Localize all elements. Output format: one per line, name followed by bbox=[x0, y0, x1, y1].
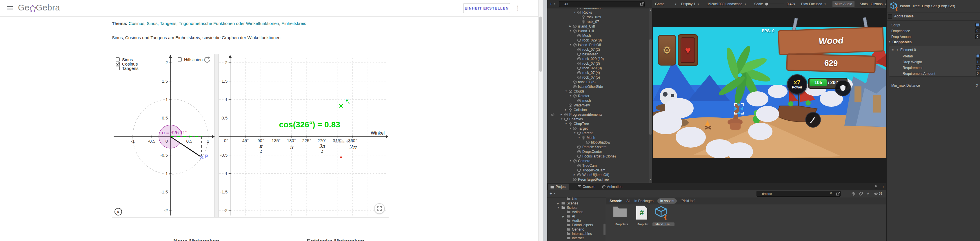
hierarchy-item-waternew[interactable]: WaterNew bbox=[547, 103, 652, 108]
hierarchy-item-rock-029-9[interactable]: rock_029 (9) bbox=[547, 66, 652, 70]
foldout-closed-icon[interactable]: ▶ bbox=[574, 174, 575, 176]
menu-icon[interactable] bbox=[7, 6, 13, 10]
play-focused-dropdown[interactable]: Play Focused▼ bbox=[801, 0, 826, 8]
play-button[interactable]: ▶ bbox=[115, 208, 122, 215]
folder-item-generic[interactable]: Generic bbox=[547, 227, 606, 232]
hierarchy-item-treecam[interactable]: TreeCam bbox=[547, 163, 652, 168]
add-asset-dropdown-icon[interactable]: ▼ bbox=[554, 193, 556, 195]
droppables-foldout-icon[interactable]: ▼ bbox=[888, 41, 891, 43]
scale-slider-track[interactable] bbox=[766, 4, 784, 4]
scroll-down-icon[interactable]: ▼ bbox=[649, 178, 652, 181]
checkbox-box[interactable] bbox=[116, 57, 120, 61]
hidden-count-icon[interactable] bbox=[873, 192, 878, 196]
hierarchy-item-rock-029-8[interactable]: rock_029 (8) bbox=[547, 38, 652, 43]
scope-in-assets[interactable]: In Assets bbox=[657, 198, 677, 204]
hierarchy-item-rock-07[interactable]: rock_07 bbox=[547, 19, 652, 24]
add-object-dropdown-icon[interactable]: ▼ bbox=[554, 3, 556, 5]
hierarchy-item-basemesh[interactable]: baseMesh bbox=[547, 52, 652, 57]
project-search-input[interactable] bbox=[757, 191, 841, 196]
hierarchy-item-rock-07-5[interactable]: rock_07 (5) bbox=[547, 75, 652, 80]
foldout-open-icon[interactable]: ▼ bbox=[569, 43, 571, 46]
checkbox-cosinus[interactable]: Cosinus bbox=[116, 62, 138, 66]
folder-item-audio[interactable]: Audio bbox=[547, 219, 606, 223]
tab-project[interactable]: Project bbox=[548, 184, 569, 190]
scroll-up-icon[interactable]: ▲ bbox=[649, 9, 652, 11]
hierarchy-item-rock-07-4[interactable]: rock_07 (4) bbox=[547, 70, 652, 75]
tab-console[interactable]: Console bbox=[575, 184, 598, 190]
hierarchy-item-mesh[interactable]: mesh bbox=[547, 98, 652, 103]
lock-icon[interactable] bbox=[874, 185, 878, 188]
folder-tree-scrollbar-thumb[interactable] bbox=[603, 223, 606, 235]
hierarchy-item-enemies[interactable]: ▼Enemies bbox=[547, 117, 652, 121]
checkbox-tangens[interactable]: Tangens bbox=[116, 66, 138, 70]
page-scrollbar-thumb[interactable] bbox=[539, 16, 542, 72]
folder-item-scripts[interactable]: ▼Scripts bbox=[547, 206, 606, 210]
hierarchy-item-rotator[interactable]: ▼Rotator bbox=[547, 94, 652, 98]
geogebra-logo[interactable]: Ge Gebra bbox=[18, 3, 60, 13]
inspector-field-script[interactable] bbox=[975, 22, 980, 27]
foldout-open-icon[interactable]: ▼ bbox=[578, 136, 580, 139]
open-search-window-icon[interactable] bbox=[836, 192, 840, 196]
hierarchy-item-parent[interactable]: ▼Parent bbox=[547, 131, 652, 136]
hierarchy-item-island-pathoff[interactable]: ▼Island_PathOff bbox=[547, 43, 652, 47]
folder-item-interactables[interactable]: Interactables bbox=[547, 232, 606, 236]
folder-item-editorhelpers[interactable]: EditorHelpers bbox=[547, 223, 606, 227]
foldout-icon[interactable]: ▼ bbox=[557, 206, 559, 209]
hierarchy-item-islandotherside[interactable]: IslandOtherSide bbox=[547, 85, 652, 89]
addressable-checkbox[interactable] bbox=[888, 14, 892, 19]
label-tag-icon[interactable] bbox=[859, 192, 863, 196]
favorites-star-icon[interactable]: ★ bbox=[866, 191, 870, 195]
hierarchy-item-choptree[interactable]: ▼ChopTree bbox=[547, 121, 652, 126]
inspector-field-requirement[interactable]: ⬡ bbox=[976, 65, 980, 70]
foldout-open-icon[interactable]: ▼ bbox=[569, 30, 571, 32]
panel-menu-icon[interactable]: ⋮ bbox=[881, 184, 885, 188]
foldout-open-icon[interactable]: ▼ bbox=[569, 94, 571, 97]
hierarchy-item-rock-029[interactable]: rock_029 bbox=[547, 15, 652, 19]
hierarchy-item-mesh[interactable]: Mesh bbox=[547, 34, 652, 38]
scene-visibility-off-icon[interactable] bbox=[551, 113, 555, 117]
scale-slider-knob[interactable] bbox=[765, 3, 768, 5]
thema-links[interactable]: Cosinus, Sinus, Tangens, Trigonometrisch… bbox=[129, 21, 306, 26]
scope-context[interactable]: 'PickUps' bbox=[681, 199, 695, 203]
add-asset-button[interactable]: + bbox=[550, 191, 552, 196]
clear-search-icon[interactable]: ✕ bbox=[830, 192, 832, 195]
hierarchy-item-focustarget-1-clone[interactable]: FocusTarget 1(Clone) bbox=[547, 154, 652, 159]
foldout-closed-icon[interactable]: ▶ bbox=[561, 113, 562, 116]
hierarchy-item-island-hill[interactable]: ▼island_Hill bbox=[547, 29, 652, 34]
hierarchy-item-worldui-keepoff[interactable]: ▶WorldUI(keepOff) bbox=[547, 172, 652, 177]
foldout-open-icon[interactable]: ▼ bbox=[569, 160, 571, 162]
folder-item-internet[interactable]: Internet bbox=[547, 236, 606, 240]
game-viewport[interactable]: FPS: 0 ⚙ ♥ Wood 629 x7 Power 105 bbox=[652, 8, 886, 183]
hierarchy-item-blobshadow[interactable]: blobShadow bbox=[547, 140, 652, 145]
hierarchy-item-island-cliff[interactable]: ▶island_Cliff bbox=[547, 24, 652, 29]
hierarchy-item-peontargetpostree[interactable]: PeonTargetPosTree bbox=[547, 177, 652, 182]
gizmos-dropdown[interactable]: Gizmos▼ bbox=[871, 0, 887, 8]
mute-audio-toggle[interactable]: Mute Audio bbox=[832, 1, 854, 7]
hierarchy-scrollbar-thumb[interactable] bbox=[649, 39, 652, 135]
result-item-dropsets[interactable]: DropSets bbox=[613, 206, 630, 219]
hierarchy-item-clouds[interactable]: ▼Clouds bbox=[547, 89, 652, 94]
folder-item-ai[interactable]: ▶AI bbox=[547, 214, 606, 219]
hierarchy-item-rock-07-3[interactable]: rock_07 (3) bbox=[547, 61, 652, 66]
resolution-dropdown[interactable]: 1920x1080 Landscape▼ bbox=[707, 0, 746, 8]
foldout-open-icon[interactable]: ▼ bbox=[561, 118, 563, 120]
inspector-field-dropchance[interactable]: 0 bbox=[975, 29, 980, 34]
hierarchy-item-rocks[interactable]: ▼Rocks bbox=[547, 10, 652, 15]
checkbox-sinus[interactable]: Sinus bbox=[116, 57, 133, 61]
foldout-open-icon[interactable]: ▼ bbox=[565, 90, 567, 93]
hierarchy-item-mesh[interactable]: ▼Mesh bbox=[547, 136, 652, 140]
foldout-icon[interactable]: ▶ bbox=[562, 215, 564, 218]
hierarchy-item-target[interactable]: ▼Target bbox=[547, 126, 652, 131]
element-foldout-icon[interactable]: ▼ bbox=[896, 49, 899, 51]
pick-window-icon[interactable] bbox=[640, 2, 644, 6]
hierarchy-search-input[interactable] bbox=[559, 1, 644, 7]
result-item-island-tre[interactable]: {}Island_Tre... bbox=[655, 206, 672, 221]
hierarchy-item-particle-system[interactable]: Particle System bbox=[547, 145, 652, 149]
asset-store-icon[interactable] bbox=[851, 192, 855, 196]
folder-item-actions[interactable]: Actions bbox=[547, 210, 606, 214]
hierarchy-item-rock-07-2[interactable]: rock_07 (2) bbox=[547, 47, 652, 52]
foldout-open-icon[interactable]: ▼ bbox=[565, 122, 567, 125]
inspector-field-prefab[interactable] bbox=[976, 54, 980, 59]
hierarchy-item-camera[interactable]: ▼Camera bbox=[547, 159, 652, 163]
hierarchy-item-dropscenter[interactable]: DropsCenter bbox=[547, 149, 652, 154]
